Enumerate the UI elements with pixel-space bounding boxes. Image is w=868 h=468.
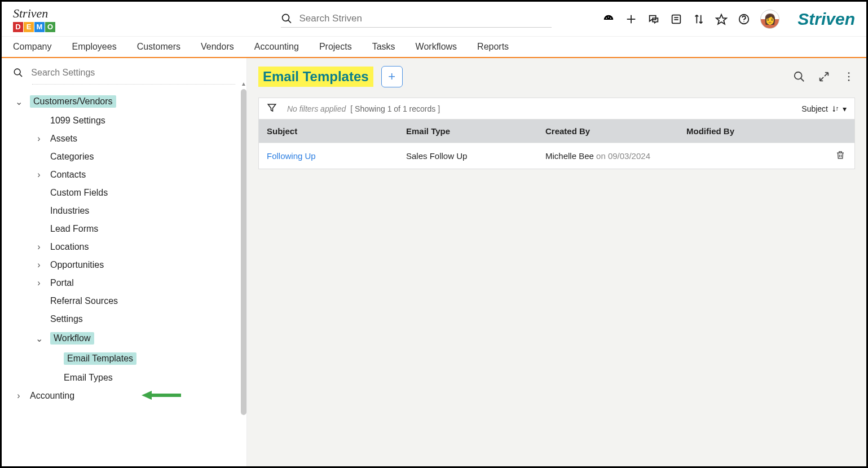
record-count: [ Showing 1 of 1 records ] [350, 104, 440, 113]
svg-line-1 [288, 20, 291, 23]
global-search[interactable] [281, 10, 552, 28]
nav-workflows[interactable]: Workflows [416, 42, 457, 52]
nav-customers[interactable]: Customers [137, 42, 180, 52]
tree-locations[interactable]: ›Locations [34, 238, 246, 256]
search-icon [281, 12, 293, 25]
th-email-type[interactable]: Email Type [398, 120, 537, 143]
app-header: Striven D E M O 👩 Striven [2, 2, 866, 37]
svg-line-14 [19, 74, 22, 77]
svg-point-17 [795, 72, 802, 80]
svg-point-19 [848, 72, 850, 74]
svg-marker-16 [142, 391, 152, 400]
table-row: Following Up Sales Follow Up Michelle Be… [259, 143, 854, 169]
header-icons: 👩 Striven [602, 10, 855, 29]
svg-marker-10 [716, 14, 726, 24]
chevron-down-icon: ▾ [843, 104, 847, 113]
svg-point-4 [610, 17, 611, 19]
dashboard-icon[interactable] [602, 13, 615, 25]
chevron-down-icon: ⌄ [34, 333, 43, 344]
svg-point-0 [283, 14, 289, 21]
nav-projects[interactable]: Projects [319, 42, 352, 52]
tree-lead-forms[interactable]: Lead Forms [34, 220, 246, 238]
transfer-icon[interactable] [693, 13, 705, 25]
search-icon[interactable] [793, 70, 805, 83]
th-subject[interactable]: Subject [259, 120, 398, 143]
nav-company[interactable]: Company [13, 42, 51, 52]
more-icon[interactable] [843, 70, 855, 83]
global-search-input[interactable] [299, 13, 552, 24]
tree-assets[interactable]: ›Assets [34, 130, 246, 148]
svg-point-20 [848, 76, 850, 78]
cell-type: Sales Follow Up [398, 144, 537, 167]
tree-custom-fields[interactable]: Custom Fields [34, 184, 246, 202]
nav-accounting[interactable]: Accounting [254, 42, 299, 52]
svg-line-18 [801, 78, 804, 82]
star-icon[interactable] [715, 13, 728, 25]
logo[interactable]: Striven D E M O [13, 6, 55, 32]
tree-industries[interactable]: Industries [34, 202, 246, 220]
tree-accounting[interactable]: › Accounting [14, 387, 246, 405]
brand-logo[interactable]: Striven [797, 10, 855, 29]
th-created-by[interactable]: Created By [537, 120, 678, 143]
scrollbar-thumb[interactable] [241, 89, 246, 415]
nav-reports[interactable]: Reports [477, 42, 509, 52]
sidebar-search[interactable] [2, 65, 246, 84]
th-modified-by[interactable]: Modified By [678, 120, 826, 143]
tree-1099[interactable]: 1099 Settings [34, 112, 246, 130]
sidebar-search-input[interactable] [31, 68, 235, 78]
tree-referral-sources[interactable]: Referral Sources [34, 292, 246, 310]
nav-tasks[interactable]: Tasks [372, 42, 395, 52]
svg-point-3 [608, 16, 609, 17]
chat-icon[interactable] [647, 13, 660, 25]
chevron-right-icon: › [34, 134, 43, 144]
main-nav: Company Employees Customers Vendors Acco… [2, 37, 866, 58]
nav-employees[interactable]: Employees [72, 42, 116, 52]
svg-point-2 [606, 17, 607, 19]
tree-email-types[interactable]: Email Types [48, 369, 246, 387]
tree-portal[interactable]: ›Portal [34, 274, 246, 292]
tree-contacts[interactable]: ›Contacts [34, 166, 246, 184]
tree-categories[interactable]: Categories [34, 148, 246, 166]
expand-icon[interactable] [818, 70, 830, 83]
svg-point-13 [14, 69, 20, 75]
template-link[interactable]: Following Up [267, 151, 316, 161]
sort-icon [831, 105, 839, 113]
chevron-right-icon: › [34, 242, 43, 252]
user-avatar[interactable]: 👩 [760, 10, 779, 29]
chevron-right-icon: › [34, 260, 43, 270]
filter-icon[interactable] [267, 103, 277, 114]
cell-modified [678, 149, 826, 163]
tree-email-templates[interactable]: Email Templates [48, 348, 246, 369]
page-title: Email Templates [258, 67, 373, 87]
svg-point-21 [848, 80, 850, 81]
chevron-right-icon: › [34, 170, 43, 180]
tree-customers-vendors[interactable]: ⌄ Customers/Vendors [14, 91, 246, 112]
nav-vendors[interactable]: Vendors [201, 42, 234, 52]
svg-marker-22 [268, 104, 276, 111]
settings-tree: ⌄ Customers/Vendors 1099 Settings ›Asset… [2, 91, 246, 405]
svg-point-12 [744, 21, 744, 21]
settings-sidebar: ⌄ Customers/Vendors 1099 Settings ›Asset… [2, 58, 247, 466]
cell-created: Michelle Bee on 09/03/2024 [537, 144, 678, 167]
chevron-down-icon: ⌄ [14, 96, 23, 107]
add-template-button[interactable]: + [381, 66, 403, 87]
logo-demo: D E M O [13, 22, 55, 32]
add-icon[interactable] [625, 13, 637, 25]
tree-settings[interactable]: Settings [34, 310, 246, 328]
chevron-right-icon: › [34, 278, 43, 288]
tree-label: Customers/Vendors [30, 95, 116, 108]
news-icon[interactable] [670, 13, 682, 25]
filter-bar: No filters applied [ Showing 1 of 1 reco… [258, 98, 855, 120]
help-icon[interactable] [738, 13, 750, 25]
annotation-arrow-icon [142, 388, 181, 402]
delete-button[interactable] [835, 152, 845, 162]
tree-label: Workflow [50, 332, 94, 345]
sort-dropdown[interactable]: Subject ▾ [801, 104, 847, 113]
scroll-up-icon[interactable]: ▲ [241, 81, 246, 86]
tree-opportunities[interactable]: ›Opportunities [34, 256, 246, 274]
no-filters-label: No filters applied [287, 104, 346, 113]
search-icon [13, 67, 23, 78]
logo-script: Striven [13, 6, 48, 21]
tree-workflow[interactable]: ⌄ Workflow [34, 328, 246, 348]
main-content: Email Templates + No filters applied [ S… [247, 58, 866, 466]
